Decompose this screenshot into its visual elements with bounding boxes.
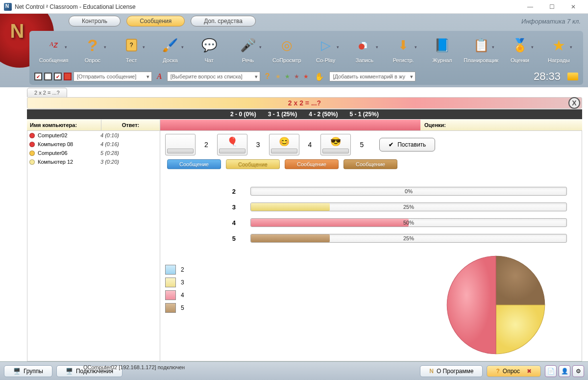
class-label: Информатика 7 кл. (521, 18, 581, 25)
balloon-icon: 🎈 (227, 136, 238, 147)
star-gold-icon[interactable]: ★ (275, 73, 281, 80)
msg-button-4[interactable]: Сообщение (285, 159, 339, 169)
check-2[interactable] (44, 73, 52, 80)
list-item[interactable]: Computer024 (0:10) (27, 131, 160, 140)
hand-icon[interactable]: ✋ (315, 72, 324, 81)
msg-button-5[interactable]: Сообщение (343, 159, 397, 169)
bottom-poll[interactable]: ? Опрос ✖ (487, 365, 541, 377)
tab-control[interactable]: Контроль (69, 16, 121, 26)
header-answer: Ответ: (101, 120, 160, 130)
pie-legend: 2 3 4 5 (165, 263, 184, 314)
msg-button-3[interactable]: Сообщение (226, 159, 280, 169)
send-dropdown[interactable]: [Отправить сообщение] (74, 72, 152, 81)
question-dropdown[interactable]: [Выберите вопрос из списка] (167, 72, 260, 81)
close-button[interactable]: ✕ (563, 0, 584, 14)
check-3[interactable]: ✔ (54, 73, 62, 80)
cool-icon: 😎 (330, 136, 341, 147)
titlebar: Net Control ² Classroom - Educational Li… (0, 0, 588, 14)
list-item[interactable]: Компьютер 123 (0:20) (27, 157, 160, 166)
logo-icon (2, 16, 32, 46)
grade-card-4[interactable]: 😊 (269, 134, 299, 155)
column-headers: Имя компьютера: Ответ: Оценки: (27, 120, 582, 130)
list-item[interactable]: Computer065 (0:28) (27, 149, 160, 157)
results-area: 2 🎈3 😊4 😎5 Поставить Сообщение Сообщение… (160, 130, 582, 361)
grade-card-5[interactable]: 😎 (320, 134, 351, 155)
window-title: Net Control ² Classroom - Educational Li… (15, 3, 136, 10)
tab-extras[interactable]: Доп. средства (191, 16, 256, 26)
grade-card-2[interactable] (165, 134, 196, 155)
list-item[interactable]: Компьютер 084 (0:16) (27, 140, 160, 149)
envelope-icon[interactable] (567, 73, 578, 80)
star-green-icon[interactable]: ★ (285, 73, 290, 80)
tab-messages[interactable]: Сообщения (126, 16, 185, 26)
check-1[interactable]: ✔ (34, 73, 42, 80)
question-tab[interactable]: 2 x 2 = ...? (27, 88, 67, 97)
status-text: OComputer02 [192.168.1.172] подключен (83, 364, 185, 370)
grade-card-3[interactable]: 🎈 (217, 134, 247, 155)
header-grades: Оценки: (420, 120, 582, 130)
assign-grade-button[interactable]: Поставить (379, 138, 435, 152)
ribbon: Контроль Сообщения Доп. средства Информа… (0, 14, 588, 87)
help-icon[interactable]: ? (265, 72, 270, 81)
msg-button-2[interactable]: Сообщение (167, 159, 221, 169)
bottom-about[interactable]: N О Программе (420, 365, 483, 377)
font-icon[interactable]: A (157, 72, 162, 81)
question-banner: 2 x 2 = ...? (27, 97, 582, 109)
comment-dropdown[interactable]: [Добавить комментарий в жу (329, 72, 416, 81)
bottom-groups[interactable]: 🖥️ Группы (4, 365, 52, 377)
time-display: 28:33 (534, 70, 564, 83)
status-icon-3[interactable]: ⚙ (572, 365, 584, 377)
main-toolbar: AZСообщения▾ ?Опрос▾ ?Тест▾ 🖌️Доска▾ 💬Ча… (29, 31, 583, 85)
check-4[interactable] (64, 73, 72, 80)
student-list: Computer024 (0:10) Компьютер 084 (0:16) … (27, 130, 160, 361)
star-red-icon[interactable]: ★ (303, 73, 309, 80)
status-icon-2[interactable]: 👤 (559, 365, 570, 377)
close-question-button[interactable]: X (568, 97, 580, 109)
smile-icon: 😊 (279, 136, 290, 147)
star-brown-icon[interactable]: ★ (294, 73, 299, 80)
stats-bar: 2 - 0 (0%)3 - 1 (25%)4 - 2 (50%)5 - 1 (2… (27, 109, 582, 119)
bar-chart: 20% 325% 450% 525% (224, 186, 577, 244)
pie-chart (444, 253, 547, 356)
minimize-button[interactable]: — (519, 0, 541, 14)
status-icon-1[interactable]: 📄 (545, 365, 557, 377)
app-icon (4, 3, 12, 11)
maximize-button[interactable]: ☐ (541, 0, 563, 14)
header-name: Имя компьютера: (27, 120, 101, 130)
